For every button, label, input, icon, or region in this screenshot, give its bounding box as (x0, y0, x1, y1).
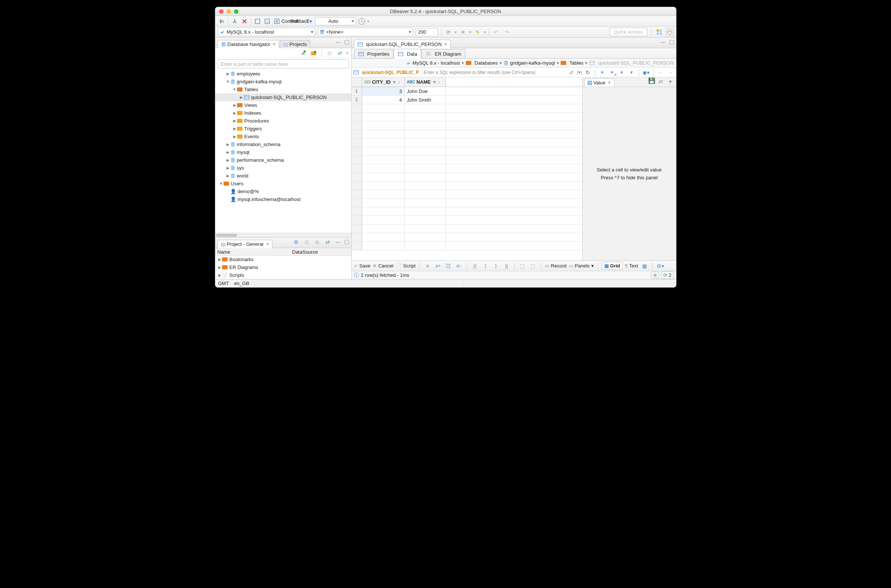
nav-back-icon[interactable]: ← (657, 68, 665, 76)
perspective-db-icon[interactable] (655, 28, 663, 36)
tree-node-indexes[interactable]: ▶Indexes (215, 109, 351, 117)
forward-icon[interactable]: ↷ (503, 28, 511, 36)
tree-filter-input[interactable]: Enter a part of table name here (218, 59, 349, 68)
minimize-view-icon[interactable]: — (334, 38, 343, 46)
nav-fwd-icon[interactable]: → (666, 68, 675, 76)
table-row[interactable]: 1 3 John Doe (352, 87, 582, 96)
export-icon[interactable]: ⬚ (518, 262, 527, 270)
minimize-view-icon[interactable]: — (334, 238, 343, 246)
col-filter-icon[interactable]: ▼ (432, 80, 437, 85)
filter-clear-icon[interactable]: ▼✕ (608, 68, 616, 76)
tree-node-events[interactable]: ▶Events (215, 133, 351, 141)
save-value-icon[interactable]: 💾 (648, 77, 655, 84)
link-proj-icon[interactable]: ⇄ (324, 238, 332, 246)
del-row-icon[interactable]: ≡− (455, 262, 463, 270)
link-icon[interactable]: ⇄ (336, 49, 344, 57)
edit-row-icon[interactable]: ≡ (424, 262, 432, 270)
tx-menu-icon[interactable]: T▾ (305, 17, 314, 26)
tab-projects[interactable]: Projects (280, 40, 310, 48)
tree-node-user[interactable]: 👤demo@% (215, 188, 351, 195)
stop-icon[interactable]: ✳ (459, 28, 467, 36)
close-window-button[interactable] (219, 9, 224, 14)
filter-icon[interactable]: ▼ (598, 68, 607, 76)
zoom-window-button[interactable] (234, 9, 239, 14)
tab-value[interactable]: Value ✕ (584, 78, 615, 87)
save-button[interactable]: ✔ Save (354, 263, 371, 268)
history-icon[interactable] (358, 17, 366, 26)
colors-icon[interactable]: ◉▾ (642, 68, 650, 76)
crumb-tables[interactable]: Tables (569, 60, 584, 66)
tab-db-navigator[interactable]: Database Navigator ✕ (218, 40, 279, 48)
tab-project-general[interactable]: Project - General ✕ (218, 240, 272, 248)
tree-node-db[interactable]: ▼gridgain-kafka-mysql (215, 78, 351, 86)
close-tab-icon[interactable]: ✕ (444, 42, 447, 47)
row-number[interactable]: 1 (352, 87, 362, 95)
col-city-id[interactable]: 123 CITY_ID ▼↕ (362, 77, 405, 87)
close-tab-icon[interactable]: ✕ (266, 242, 269, 246)
tree-node-db[interactable]: ▶information_schema (215, 141, 351, 148)
cell-name[interactable]: John Doe (405, 87, 446, 95)
record-toggle[interactable]: ▭ Record (545, 263, 566, 268)
col-name[interactable]: ABC NAME ▼↕ (405, 77, 446, 87)
panels-menu[interactable]: ▭ Panels ▾ (569, 263, 594, 268)
crumb-db[interactable]: gridgain-kafka-mysql (510, 60, 555, 66)
gear-icon[interactable]: ⚙▾ (656, 262, 664, 270)
cell-city-id[interactable]: 3 (362, 87, 405, 95)
calc-icon[interactable]: ▦ (640, 262, 648, 270)
table-row[interactable]: 2 4 John Smith (352, 96, 582, 104)
close-tab-icon[interactable]: ✕ (272, 42, 276, 47)
filter-expression-input[interactable]: Enter a SQL expression to filter results… (422, 70, 566, 75)
prev-icon[interactable]: ⟨ (481, 262, 490, 270)
import-icon[interactable]: ⬚ (529, 262, 537, 270)
perspective-dbeaver-icon[interactable] (666, 28, 674, 36)
proj-bookmarks[interactable]: ▶Bookmarks (215, 255, 351, 263)
col-filter-icon[interactable]: ▼ (392, 80, 397, 85)
rollback-button[interactable]: Rollback (296, 17, 304, 26)
subtab-properties[interactable]: Properties (354, 49, 394, 58)
tree-node-db[interactable]: ▶performance_schema (215, 156, 351, 164)
crumb-databases[interactable]: Databases (475, 60, 498, 66)
expand-filter-icon[interactable]: ⤢ (567, 68, 575, 76)
highlight-icon[interactable]: ✎ (473, 28, 482, 36)
crumb-conn[interactable]: MySQL 8.x - localhost (413, 60, 460, 66)
auto-apply-icon[interactable]: ⇄ (657, 77, 665, 86)
new-folder-icon[interactable] (310, 49, 318, 57)
fetch-limit-input[interactable] (416, 28, 438, 36)
tree-node-user[interactable]: 👤mysql.infoschema@localhost (215, 195, 351, 203)
tree-node-views[interactable]: ▶Views (215, 101, 351, 109)
tree-node-db[interactable]: ▶mysql (215, 148, 351, 156)
tab-editor-quickstart[interactable]: quickstart-SQL_PUBLIC_PERSON ✕ (354, 40, 451, 48)
sql-editor-recent-icon[interactable] (263, 17, 271, 26)
collapse-proj-icon[interactable]: ⊟ (303, 238, 311, 246)
tree-node-db[interactable]: ▶world (215, 172, 351, 180)
new-connection-nav-icon[interactable] (299, 49, 307, 57)
tree-node-users[interactable]: ▼Users (215, 180, 351, 188)
dup-row-icon[interactable]: ⿻ (445, 262, 452, 270)
apply-filter-icon[interactable]: ↻ (584, 68, 592, 76)
refresh-button[interactable]: ⟳ 2 (661, 271, 673, 279)
text-toggle[interactable]: ¶ Text (625, 263, 638, 268)
value-menu-icon[interactable]: ▾ (666, 77, 675, 86)
grid-toggle[interactable]: ▦ Grid (602, 262, 623, 270)
minimize-window-button[interactable] (227, 9, 231, 14)
next-icon[interactable]: ⟩ (492, 262, 500, 270)
tree-node-triggers[interactable]: ▶Triggers (215, 125, 351, 133)
col-sort-icon[interactable]: ↕ (398, 80, 400, 84)
disconnect-icon[interactable] (240, 17, 248, 26)
collapse-icon[interactable]: ⊟ (326, 49, 334, 57)
minimize-view-icon[interactable]: — (659, 38, 667, 46)
quick-access-input[interactable]: Quick Access (610, 28, 647, 36)
script-button[interactable]: 📄 Script (396, 263, 416, 268)
tree-scrollbar[interactable] (215, 233, 351, 237)
rows-indicator[interactable]: ⊞ (651, 272, 659, 279)
cell-city-id[interactable]: 4 (362, 96, 405, 104)
refresh-icon[interactable]: ⟳ (445, 28, 452, 36)
col-sort-icon[interactable]: ↕ (438, 80, 440, 84)
tree-node-procedures[interactable]: ▶Procedures (215, 117, 351, 125)
cell-name[interactable]: John Smith (405, 96, 446, 104)
back-icon[interactable]: ↶ (492, 28, 500, 36)
filter-save-icon[interactable]: ▼ (618, 68, 626, 76)
subtab-data[interactable]: Data (394, 49, 421, 58)
first-icon[interactable]: |⟨ (471, 262, 479, 270)
sql-editor-new-icon[interactable] (273, 17, 281, 26)
